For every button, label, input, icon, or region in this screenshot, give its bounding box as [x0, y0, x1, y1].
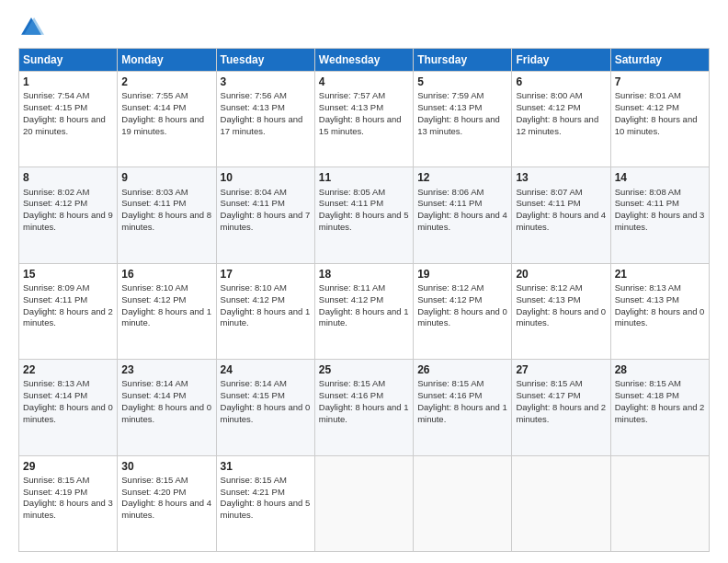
- day-number: 31: [221, 459, 311, 474]
- sunset-text: Sunset: 4:15 PM: [23, 102, 87, 112]
- day-number: 4: [319, 75, 409, 89]
- table-row: 8Sunrise: 8:02 AMSunset: 4:12 PMDaylight…: [19, 167, 118, 263]
- sunset-text: Sunset: 4:11 PM: [516, 198, 580, 208]
- sunset-text: Sunset: 4:18 PM: [615, 390, 679, 400]
- day-number: 23: [121, 362, 211, 377]
- sunset-text: Sunset: 4:13 PM: [319, 102, 383, 112]
- table-row: 4Sunrise: 7:57 AMSunset: 4:13 PMDaylight…: [314, 72, 413, 167]
- calendar-table: SundayMondayTuesdayWednesdayThursdayFrid…: [18, 48, 710, 552]
- calendar-week-4: 22Sunrise: 8:13 AMSunset: 4:14 PMDayligh…: [19, 360, 710, 455]
- day-number: 2: [121, 75, 211, 89]
- daylight-text: Daylight: 8 hours and 3 minutes.: [23, 498, 113, 520]
- sunrise-text: Sunrise: 8:00 AM: [516, 90, 582, 100]
- daylight-text: Daylight: 8 hours and 8 minutes.: [121, 210, 211, 232]
- day-number: 10: [221, 170, 311, 185]
- table-row: 20Sunrise: 8:12 AMSunset: 4:13 PMDayligh…: [512, 263, 610, 359]
- daylight-text: Daylight: 8 hours and 19 minutes.: [121, 114, 204, 136]
- table-row: 12Sunrise: 8:06 AMSunset: 4:11 PMDayligh…: [414, 167, 512, 263]
- table-row: 29Sunrise: 8:15 AMSunset: 4:19 PMDayligh…: [19, 455, 118, 551]
- daylight-text: Daylight: 8 hours and 1 minute.: [319, 402, 409, 424]
- table-row: 13Sunrise: 8:07 AMSunset: 4:11 PMDayligh…: [512, 167, 610, 263]
- page: SundayMondayTuesdayWednesdayThursdayFrid…: [0, 0, 728, 563]
- sunrise-text: Sunrise: 8:14 AM: [221, 378, 287, 388]
- daylight-text: Daylight: 8 hours and 3 minutes.: [615, 210, 705, 232]
- table-row: [512, 455, 610, 551]
- day-number: 16: [121, 267, 211, 282]
- day-header-tuesday: Tuesday: [216, 49, 314, 72]
- sunset-text: Sunset: 4:14 PM: [121, 390, 186, 400]
- day-header-saturday: Saturday: [610, 49, 709, 72]
- sunset-text: Sunset: 4:12 PM: [417, 294, 482, 304]
- sunrise-text: Sunrise: 8:02 AM: [23, 187, 89, 197]
- sunset-text: Sunset: 4:11 PM: [417, 198, 482, 208]
- day-number: 1: [23, 75, 113, 89]
- day-number: 26: [417, 362, 507, 377]
- table-row: 3Sunrise: 7:56 AMSunset: 4:13 PMDaylight…: [216, 72, 314, 167]
- daylight-text: Daylight: 8 hours and 5 minutes.: [319, 210, 409, 232]
- sunset-text: Sunset: 4:13 PM: [516, 294, 580, 304]
- sunset-text: Sunset: 4:14 PM: [121, 102, 186, 112]
- sunrise-text: Sunrise: 8:06 AM: [417, 187, 483, 197]
- sunset-text: Sunset: 4:12 PM: [516, 102, 580, 112]
- sunset-text: Sunset: 4:20 PM: [121, 487, 186, 497]
- sunrise-text: Sunrise: 8:12 AM: [417, 282, 483, 293]
- sunset-text: Sunset: 4:21 PM: [221, 487, 285, 497]
- day-number: 9: [121, 170, 211, 185]
- day-header-friday: Friday: [512, 49, 610, 72]
- logo-icon: [18, 15, 44, 40]
- day-number: 3: [221, 75, 311, 89]
- daylight-text: Daylight: 8 hours and 15 minutes.: [319, 114, 402, 136]
- sunrise-text: Sunrise: 7:59 AM: [417, 90, 483, 100]
- day-number: 29: [23, 459, 113, 474]
- table-row: 21Sunrise: 8:13 AMSunset: 4:13 PMDayligh…: [610, 263, 709, 359]
- table-row: 6Sunrise: 8:00 AMSunset: 4:12 PMDaylight…: [512, 72, 610, 167]
- day-number: 15: [23, 267, 113, 282]
- daylight-text: Daylight: 8 hours and 20 minutes.: [23, 114, 106, 136]
- day-number: 7: [615, 75, 705, 89]
- header: [18, 15, 710, 40]
- sunset-text: Sunset: 4:16 PM: [417, 390, 482, 400]
- table-row: 16Sunrise: 8:10 AMSunset: 4:12 PMDayligh…: [118, 263, 216, 359]
- day-number: 19: [417, 267, 507, 282]
- table-row: 1Sunrise: 7:54 AMSunset: 4:15 PMDaylight…: [19, 72, 118, 167]
- sunset-text: Sunset: 4:17 PM: [516, 390, 580, 400]
- daylight-text: Daylight: 8 hours and 1 minute.: [221, 306, 311, 328]
- table-row: [414, 455, 512, 551]
- sunrise-text: Sunrise: 8:10 AM: [221, 282, 287, 293]
- sunset-text: Sunset: 4:12 PM: [121, 294, 186, 304]
- day-number: 27: [516, 362, 606, 377]
- sunrise-text: Sunrise: 8:05 AM: [319, 187, 385, 197]
- calendar-week-1: 1Sunrise: 7:54 AMSunset: 4:15 PMDaylight…: [19, 72, 710, 167]
- table-row: 15Sunrise: 8:09 AMSunset: 4:11 PMDayligh…: [19, 263, 118, 359]
- day-number: 11: [319, 170, 409, 185]
- daylight-text: Daylight: 8 hours and 4 minutes.: [121, 498, 211, 520]
- daylight-text: Daylight: 8 hours and 0 minutes.: [516, 306, 606, 328]
- day-number: 20: [516, 267, 606, 282]
- daylight-text: Daylight: 8 hours and 2 minutes.: [615, 402, 705, 424]
- sunset-text: Sunset: 4:14 PM: [23, 390, 87, 400]
- table-row: 28Sunrise: 8:15 AMSunset: 4:18 PMDayligh…: [610, 360, 709, 455]
- table-row: [314, 455, 413, 551]
- sunrise-text: Sunrise: 8:15 AM: [417, 378, 483, 388]
- sunset-text: Sunset: 4:12 PM: [319, 294, 383, 304]
- day-number: 25: [319, 362, 409, 377]
- table-row: 23Sunrise: 8:14 AMSunset: 4:14 PMDayligh…: [118, 360, 216, 455]
- table-row: 31Sunrise: 8:15 AMSunset: 4:21 PMDayligh…: [216, 455, 314, 551]
- logo: [18, 15, 48, 40]
- daylight-text: Daylight: 8 hours and 1 minute.: [319, 306, 409, 328]
- table-row: 27Sunrise: 8:15 AMSunset: 4:17 PMDayligh…: [512, 360, 610, 455]
- sunrise-text: Sunrise: 8:14 AM: [121, 378, 188, 388]
- day-header-monday: Monday: [118, 49, 216, 72]
- table-row: 5Sunrise: 7:59 AMSunset: 4:13 PMDaylight…: [414, 72, 512, 167]
- daylight-text: Daylight: 8 hours and 2 minutes.: [23, 306, 113, 328]
- day-number: 18: [319, 267, 409, 282]
- sunrise-text: Sunrise: 7:56 AM: [221, 90, 287, 100]
- table-row: 14Sunrise: 8:08 AMSunset: 4:11 PMDayligh…: [610, 167, 709, 263]
- sunrise-text: Sunrise: 8:15 AM: [121, 475, 188, 485]
- daylight-text: Daylight: 8 hours and 7 minutes.: [221, 210, 311, 232]
- sunset-text: Sunset: 4:11 PM: [319, 198, 383, 208]
- table-row: 18Sunrise: 8:11 AMSunset: 4:12 PMDayligh…: [314, 263, 413, 359]
- daylight-text: Daylight: 8 hours and 1 minute.: [121, 306, 211, 328]
- calendar-header-row: SundayMondayTuesdayWednesdayThursdayFrid…: [19, 49, 710, 72]
- daylight-text: Daylight: 8 hours and 10 minutes.: [615, 114, 698, 136]
